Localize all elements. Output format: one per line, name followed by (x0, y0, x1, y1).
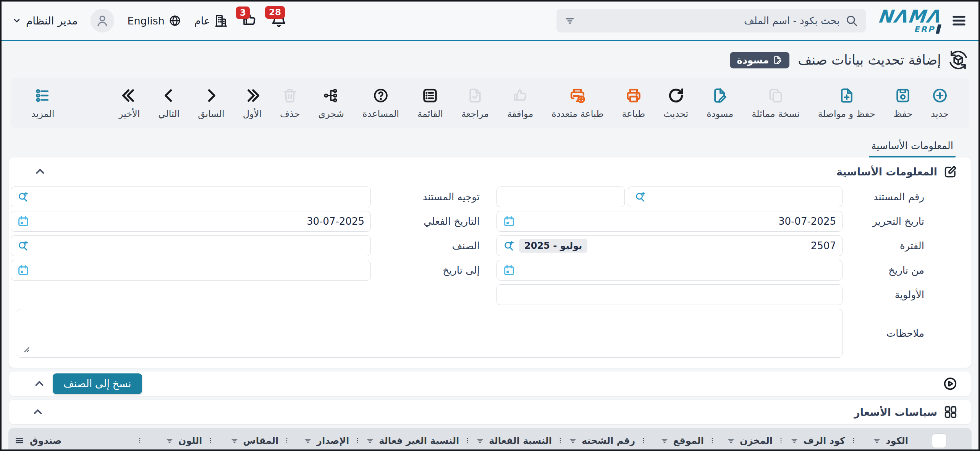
hamburger-menu-icon[interactable] (950, 13, 968, 28)
play-circle-icon[interactable] (943, 376, 958, 391)
column-kebab-icon[interactable] (777, 437, 785, 445)
column-filter-icon[interactable] (304, 436, 312, 445)
toolbar-button-chevrons-left[interactable]: الأخير (110, 87, 149, 119)
user-menu-label: مدير النظام (26, 15, 78, 27)
column-header[interactable]: اللون (134, 428, 204, 451)
lookup-icon[interactable] (503, 240, 515, 252)
column-kebab-icon[interactable] (708, 437, 716, 445)
lookup-icon[interactable] (17, 240, 29, 252)
column-header[interactable]: رقم الشحنه (554, 428, 637, 451)
chevrons-right-icon (244, 87, 260, 104)
column-kebab-icon[interactable] (640, 437, 647, 445)
resize-grip-icon[interactable] (22, 344, 32, 354)
column-header[interactable]: المقاس (204, 428, 281, 451)
column-kebab-icon[interactable] (464, 437, 471, 445)
collapse-copy-section-icon[interactable] (33, 377, 46, 390)
toolbar-button-plus-circle[interactable]: جديد (922, 87, 958, 119)
calendar-icon[interactable] (17, 264, 29, 276)
toolbar-button-printer-plus[interactable]: طباعة متعددة (542, 87, 613, 119)
toolbar-button-label: حذف (280, 109, 300, 119)
approvals-button[interactable]: 3 (241, 12, 257, 29)
column-kebab-icon[interactable] (556, 437, 564, 445)
column-filter-icon[interactable] (165, 436, 174, 445)
column-header[interactable]: كود الرف (775, 428, 847, 451)
actual-date-input[interactable]: 30-07-2025 (11, 211, 371, 232)
toolbar-button-more-list[interactable]: المزيد (22, 87, 63, 119)
toolbar-button-chevrons-right[interactable]: الأول (234, 87, 271, 119)
collapse-basic-info-icon[interactable] (34, 165, 47, 178)
document-number-aux-input[interactable] (496, 187, 625, 207)
column-filter-icon[interactable] (476, 436, 484, 445)
global-search-input[interactable]: بحث بكود - اسم الملف (556, 9, 866, 32)
column-header[interactable]: النسبة الفعالة (461, 428, 554, 451)
toolbar-button-label: نسخة مماثلة (752, 109, 800, 119)
document-routing-input[interactable] (11, 187, 371, 207)
language-switcher[interactable]: English (127, 14, 181, 27)
to-date-label: إلى تاريخ (371, 264, 495, 276)
toolbar-button-file-plus[interactable]: حفظ و مواصلة (809, 87, 885, 119)
item-input[interactable] (11, 235, 371, 256)
table-header-row: الكودكود الرفالمخزنالموقعرقم الشحنهالنسب… (8, 428, 972, 451)
column-header[interactable]: المخزن (706, 428, 775, 451)
trash-icon (281, 87, 298, 104)
toolbar-button-chevron-left[interactable]: التالي (149, 87, 189, 119)
lookup-icon[interactable] (634, 191, 647, 203)
toolbar-button-help-circle[interactable]: المساعدة (353, 87, 408, 119)
column-kebab-icon[interactable] (283, 437, 291, 445)
calendar-icon[interactable] (17, 215, 29, 227)
column-kebab-icon[interactable] (354, 437, 361, 445)
toolbar-button-file-pen[interactable]: مسودة (697, 87, 742, 119)
notifications-button[interactable]: 28 (270, 11, 287, 30)
calendar-icon[interactable] (503, 264, 515, 276)
column-filter-icon[interactable] (660, 436, 669, 445)
toolbar-button-refresh[interactable]: تحديث (654, 87, 697, 119)
column-header-label: النسبة الغير فعالة (379, 435, 459, 446)
priority-label: الأولوية (843, 289, 971, 300)
edit-date-input[interactable]: 30-07-2025 (496, 211, 843, 232)
toolbar-button-chevron-right[interactable]: السابق (189, 87, 233, 119)
column-filter-icon[interactable] (873, 436, 881, 445)
column-filter-icon[interactable] (727, 436, 735, 445)
toolbar-button-printer[interactable]: طباعة (613, 87, 654, 119)
toolbar-button-save[interactable]: حفظ (885, 87, 922, 119)
tab-basic-info[interactable]: المعلومات الأساسية (869, 136, 956, 157)
column-header-label: صندوق (30, 435, 61, 446)
toolbar-button-tree[interactable]: شجري (309, 87, 353, 119)
period-chip: يوليو - 2025 (519, 239, 587, 253)
column-kebab-icon[interactable] (136, 437, 144, 445)
tree-icon (323, 87, 340, 104)
column-filter-icon[interactable] (790, 436, 799, 445)
collapse-price-policies-icon[interactable] (31, 406, 44, 419)
lookup-icon[interactable] (17, 191, 29, 203)
column-menu-icon[interactable] (15, 436, 24, 446)
to-date-input[interactable] (11, 260, 371, 281)
select-all-checkbox[interactable] (932, 433, 946, 448)
calendar-icon[interactable] (503, 215, 515, 227)
copy-to-item-button[interactable]: نسخ إلى الصنف (53, 373, 142, 394)
priority-input[interactable] (496, 284, 843, 305)
toolbar-button-list[interactable]: القائمة (408, 87, 452, 119)
document-number-input[interactable] (628, 187, 843, 207)
notes-textarea[interactable] (17, 309, 843, 358)
column-header[interactable]: صندوق (12, 428, 68, 451)
column-filter-icon[interactable] (230, 436, 239, 445)
column-header[interactable]: الموقع (637, 428, 706, 451)
column-header[interactable]: الإصدار (281, 428, 351, 451)
toolbar-button-label: طباعة متعددة (551, 109, 603, 119)
period-input[interactable]: 2507 يوليو - 2025 (496, 235, 843, 256)
globe-icon (168, 14, 181, 27)
search-filter-icon[interactable] (564, 15, 576, 26)
user-menu[interactable]: مدير النظام (12, 15, 78, 27)
column-kebab-icon[interactable] (207, 437, 214, 445)
topbar: NΛMΛ ERP بحث بكود - اسم الملف 28 3 عام E… (2, 2, 978, 40)
from-date-input[interactable] (496, 260, 843, 281)
column-header[interactable]: الكود (847, 428, 910, 451)
branch-selector[interactable]: عام (194, 13, 228, 28)
toolbar-button-label: التالي (158, 109, 180, 119)
column-kebab-icon[interactable] (850, 437, 857, 445)
toolbar-button-label: الأخير (119, 109, 140, 119)
column-header[interactable]: النسبة الغير فعالة (351, 428, 461, 451)
column-filter-icon[interactable] (366, 436, 374, 445)
column-filter-icon[interactable] (569, 436, 577, 445)
avatar[interactable] (91, 9, 114, 32)
